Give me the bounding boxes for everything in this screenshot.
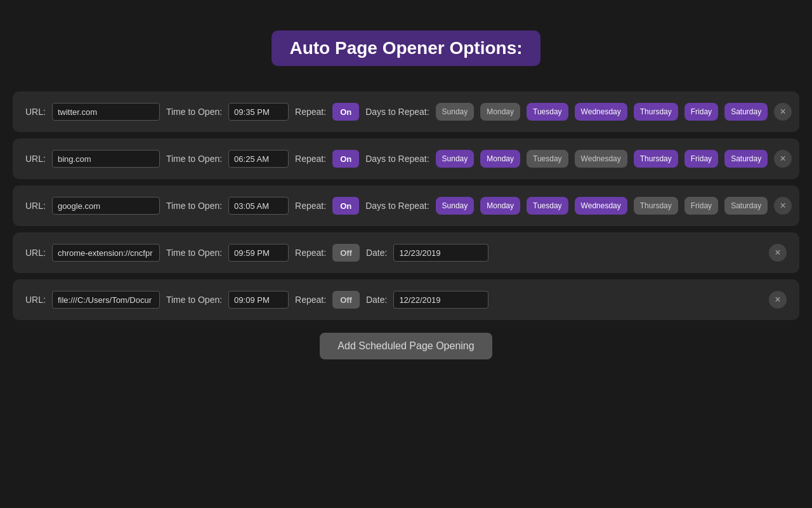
time-input-4[interactable]	[228, 244, 289, 262]
day-btn-2-tuesday[interactable]: Tuesday	[527, 150, 568, 168]
day-btn-1-friday[interactable]: Friday	[684, 103, 718, 121]
page-title-container: Auto Page Opener Options:	[0, 15, 812, 79]
repeat-label-2: Repeat:	[295, 154, 326, 164]
days-label-3: Days to Repeat:	[365, 201, 429, 211]
time-input-5[interactable]	[228, 291, 289, 309]
repeat-label-3: Repeat:	[295, 201, 326, 211]
day-btn-3-friday[interactable]: Friday	[684, 197, 718, 215]
day-btn-2-thursday[interactable]: Thursday	[634, 150, 678, 168]
repeat-toggle-2[interactable]: On	[332, 150, 359, 168]
time-label-1: Time to Open:	[166, 107, 222, 117]
entries-container: URL:Time to Open:Repeat:OnDays to Repeat…	[13, 91, 799, 320]
time-label-3: Time to Open:	[166, 201, 222, 211]
time-label-5: Time to Open:	[166, 295, 222, 305]
entry-row-1: URL:Time to Open:Repeat:OnDays to Repeat…	[13, 91, 799, 132]
time-label-2: Time to Open:	[166, 154, 222, 164]
close-btn-5[interactable]: ×	[769, 291, 787, 309]
url-label-3: URL:	[25, 201, 46, 211]
close-btn-3[interactable]: ×	[774, 197, 792, 215]
url-input-3[interactable]	[52, 197, 160, 215]
url-label-2: URL:	[25, 154, 46, 164]
day-btn-1-sunday[interactable]: Sunday	[436, 103, 475, 121]
day-btn-1-saturday[interactable]: Saturday	[724, 103, 768, 121]
entry-row-4: URL:Time to Open:Repeat:OffDate:×	[13, 232, 799, 273]
time-input-3[interactable]	[228, 197, 289, 215]
add-scheduled-button[interactable]: Add Scheduled Page Opening	[320, 333, 492, 359]
day-btn-2-sunday[interactable]: Sunday	[436, 150, 475, 168]
close-btn-1[interactable]: ×	[774, 103, 792, 121]
date-input-4[interactable]	[393, 244, 488, 262]
time-input-2[interactable]	[228, 150, 289, 168]
time-label-4: Time to Open:	[166, 248, 222, 258]
day-btn-2-monday[interactable]: Monday	[480, 150, 520, 168]
day-btn-3-saturday[interactable]: Saturday	[724, 197, 768, 215]
url-input-1[interactable]	[52, 103, 160, 121]
date-label-4: Date:	[366, 248, 387, 258]
time-input-1[interactable]	[228, 103, 289, 121]
entry-row-5: URL:Time to Open:Repeat:OffDate:×	[13, 279, 799, 320]
url-label-5: URL:	[25, 295, 46, 305]
repeat-label-1: Repeat:	[295, 107, 326, 117]
days-label-1: Days to Repeat:	[365, 107, 429, 117]
day-btn-2-wednesday[interactable]: Wednesday	[575, 150, 627, 168]
day-btn-2-saturday[interactable]: Saturday	[724, 150, 768, 168]
url-input-4[interactable]	[52, 244, 160, 262]
day-btn-1-thursday[interactable]: Thursday	[634, 103, 678, 121]
day-btn-3-monday[interactable]: Monday	[480, 197, 520, 215]
day-btn-1-wednesday[interactable]: Wednesday	[575, 103, 627, 121]
day-btn-3-wednesday[interactable]: Wednesday	[575, 197, 627, 215]
close-btn-2[interactable]: ×	[774, 150, 792, 168]
date-label-5: Date:	[366, 295, 387, 305]
day-btn-3-tuesday[interactable]: Tuesday	[527, 197, 568, 215]
url-input-5[interactable]	[52, 291, 160, 309]
repeat-toggle-3[interactable]: On	[332, 197, 359, 215]
page-title: Auto Page Opener Options:	[272, 30, 540, 66]
repeat-toggle-1[interactable]: On	[332, 103, 359, 121]
repeat-toggle-5[interactable]: Off	[332, 291, 360, 309]
url-label-1: URL:	[25, 107, 46, 117]
entry-row-3: URL:Time to Open:Repeat:OnDays to Repeat…	[13, 185, 799, 226]
days-label-2: Days to Repeat:	[365, 154, 429, 164]
day-btn-3-thursday[interactable]: Thursday	[634, 197, 678, 215]
day-btn-2-friday[interactable]: Friday	[684, 150, 718, 168]
url-label-4: URL:	[25, 248, 46, 258]
entry-row-2: URL:Time to Open:Repeat:OnDays to Repeat…	[13, 138, 799, 179]
repeat-label-4: Repeat:	[295, 248, 326, 258]
day-btn-3-sunday[interactable]: Sunday	[436, 197, 475, 215]
repeat-label-5: Repeat:	[295, 295, 326, 305]
repeat-toggle-4[interactable]: Off	[332, 244, 360, 262]
close-btn-4[interactable]: ×	[769, 244, 787, 262]
day-btn-1-monday[interactable]: Monday	[480, 103, 520, 121]
url-input-2[interactable]	[52, 150, 160, 168]
date-input-5[interactable]	[393, 291, 488, 309]
day-btn-1-tuesday[interactable]: Tuesday	[527, 103, 568, 121]
